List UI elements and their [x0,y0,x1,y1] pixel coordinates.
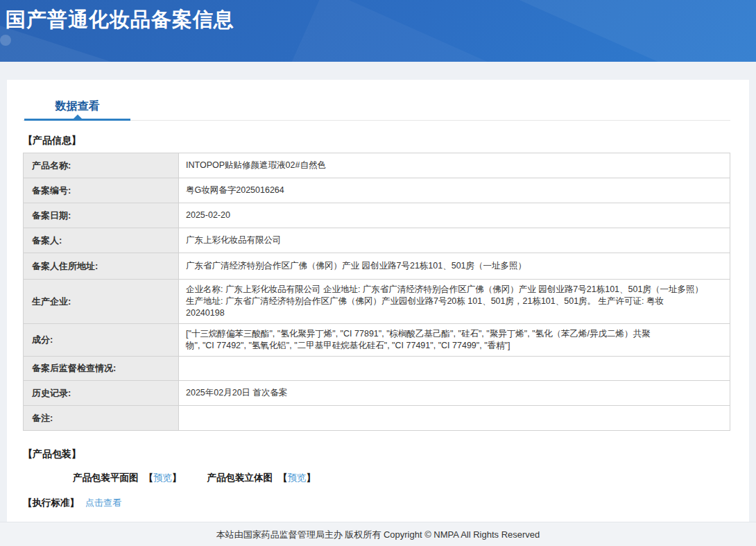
row-label: 产品名称: [24,153,179,178]
row-label: 备案日期: [24,203,179,228]
page-header: 国产普通化妆品备案信息 [0,0,756,62]
row-label: 备注: [24,406,179,431]
table-row-product-name: 产品名称: INTOPOP贴贴修颜遮瑕液02#自然色 [24,153,730,178]
bracket: 【 [144,472,154,483]
table-row-supervision: 备案后监督检查情况: [24,357,730,381]
table-row-remarks: 备注: [24,406,730,431]
tab-active-indicator [24,119,130,121]
bracket: 】 [172,472,182,483]
footer-copyright-text: 本站由国家药品监督管理局主办 版权所有 Copyright © NMPA All… [216,529,540,540]
table-row-record-number: 备案编号: 粤G妆网备字2025016264 [24,178,730,203]
row-label: 生产企业: [24,280,179,324]
packaging-stereo-label: 产品包装立体图 [207,472,273,483]
tab-data-view[interactable]: 数据查看 [24,96,130,120]
main-area: 数据查看 【产品信息】 产品名称: INTOPOP贴贴修颜遮瑕液02#自然色 备… [0,62,756,546]
row-value: 企业名称: 广东上彩化妆品有限公司 企业地址: 广东省广清经济特别合作区广佛（佛… [179,280,730,324]
page-footer: 本站由国家药品监督管理局主办 版权所有 Copyright © NMPA All… [0,522,756,546]
row-value: 广东上彩化妆品有限公司 [179,228,730,253]
section-title-product-info: 【产品信息】 [23,135,730,147]
content-card: 数据查看 【产品信息】 产品名称: INTOPOP贴贴修颜遮瑕液02#自然色 备… [7,80,749,546]
row-value: ["十三烷醇偏苯三酸酯", "氢化聚异丁烯", "CI 77891", "棕榈酸… [179,324,730,357]
bracket: 【 [278,472,288,483]
row-label: 备案人: [24,228,179,253]
table-row-history: 历史记录: 2025年02月20日 首次备案 [24,381,730,406]
row-value: 2025年02月20日 首次备案 [179,381,730,406]
row-value: INTOPOP贴贴修颜遮瑕液02#自然色 [179,153,730,178]
page-title: 国产普通化妆品备案信息 [0,0,756,34]
row-label: 备案人住所地址: [24,253,179,280]
row-value: 广东省广清经济特别合作区广佛（佛冈）产业 园创业路7号21栋101、501房（一… [179,253,730,280]
standard-view-link[interactable]: 点击查看 [85,497,121,508]
row-value: 粤G妆网备字2025016264 [179,178,730,203]
packaging-flat-label: 产品包装平面图 [73,472,139,483]
section-title-standard: 【执行标准】 [23,497,79,509]
packaging-flat-preview-link[interactable]: 预览 [153,472,172,483]
packaging-links-row: 产品包装平面图【预览】产品包装立体图【预览】 [23,472,730,484]
row-label: 备案编号: [24,178,179,203]
table-row-registrant-address: 备案人住所地址: 广东省广清经济特别合作区广佛（佛冈）产业 园创业路7号21栋1… [24,253,730,280]
section-title-packaging: 【产品包装】 [23,448,730,461]
tab-data-view-label: 数据查看 [55,100,100,112]
row-value [179,357,730,381]
row-label: 备案后监督检查情况: [24,357,179,381]
table-row-registrant: 备案人: 广东上彩化妆品有限公司 [24,228,730,253]
row-value [179,406,730,431]
table-row-ingredients: 成分: ["十三烷醇偏苯三酸酯", "氢化聚异丁烯", "CI 77891", … [24,324,730,357]
standard-row: 【执行标准】点击查看 [23,497,730,509]
table-row-record-date: 备案日期: 2025-02-20 [24,203,730,228]
tab-caret-icon [74,114,82,119]
packaging-stereo-preview-link[interactable]: 预览 [288,472,307,483]
bracket: 】 [307,472,316,483]
row-label: 历史记录: [24,381,179,406]
table-row-manufacturer: 生产企业: 企业名称: 广东上彩化妆品有限公司 企业地址: 广东省广清经济特别合… [24,280,730,324]
product-info-table: 产品名称: INTOPOP贴贴修颜遮瑕液02#自然色 备案编号: 粤G妆网备字2… [23,153,730,431]
row-label: 成分: [24,324,179,357]
tab-bar: 数据查看 [23,80,730,121]
row-value: 2025-02-20 [179,203,730,228]
